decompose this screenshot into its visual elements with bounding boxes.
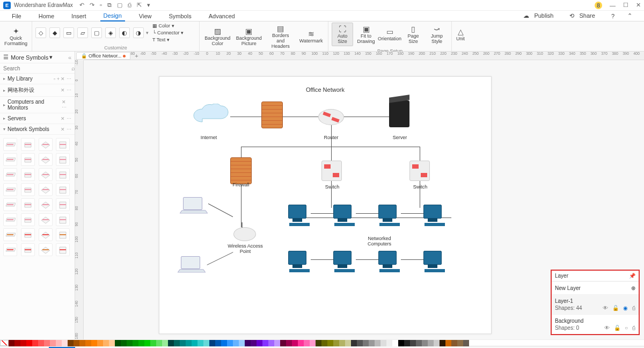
symbol-stencil[interactable] (39, 138, 53, 151)
color-swatch[interactable] (168, 340, 174, 346)
symbol-stencil[interactable] (21, 228, 35, 241)
pc-node[interactable] (378, 251, 401, 271)
color-swatch[interactable] (451, 340, 457, 346)
library-item[interactable]: ▸网络和外设✕ ⋯ (0, 84, 75, 97)
color-swatch[interactable] (262, 340, 268, 346)
symbol-stencil[interactable] (56, 228, 70, 241)
save-icon[interactable]: ▢ (117, 2, 122, 9)
help-icon[interactable]: ? (608, 11, 618, 21)
symbol-stencil[interactable] (3, 198, 17, 211)
symbol-stencil[interactable] (3, 228, 17, 241)
symbol-stencil[interactable] (3, 183, 17, 196)
maximize-icon[interactable]: ☐ (623, 2, 628, 9)
drawing-page[interactable]: Office Network Internet Router Server Fi… (159, 76, 492, 334)
color-swatch[interactable] (380, 340, 386, 346)
minimize-icon[interactable]: — (610, 2, 616, 9)
color-swatch[interactable] (138, 340, 144, 346)
color-swatch[interactable] (310, 340, 316, 346)
symbols-panel-header[interactable]: ☰ More Symbols ▾ « (0, 52, 75, 63)
color-swatch[interactable] (192, 340, 197, 346)
symbol-stencil[interactable] (21, 183, 35, 196)
symbol-stencil[interactable] (3, 153, 17, 166)
pc-node[interactable] (423, 251, 446, 271)
color-swatch[interactable] (392, 340, 398, 346)
pin-icon[interactable]: 📌 (629, 273, 635, 279)
library-item[interactable]: ▸Computers and Monitors✕ ⋯ (0, 97, 75, 113)
color-swatch[interactable] (440, 340, 445, 346)
page-size-button[interactable]: ▯Page Size (402, 23, 424, 46)
color-swatch[interactable] (9, 340, 14, 346)
color-swatch[interactable] (428, 340, 434, 346)
print-layer-icon[interactable]: ⎙ (632, 305, 635, 311)
menu-view[interactable]: View (136, 11, 155, 21)
collapse-ribbon-icon[interactable]: ⌃ (624, 11, 635, 21)
eye-icon[interactable]: 👁 (604, 325, 610, 331)
color-swatch[interactable] (109, 340, 115, 346)
pc-node[interactable] (423, 205, 446, 225)
color-swatch[interactable] (434, 340, 440, 346)
canvas[interactable]: Office Network Internet Router Server Fi… (84, 60, 644, 339)
color-swatch[interactable] (133, 340, 138, 346)
menu-advanced[interactable]: Advanced (206, 11, 238, 21)
color-swatch[interactable] (91, 340, 97, 346)
color-swatch[interactable] (74, 340, 79, 346)
color-swatch[interactable] (292, 340, 298, 346)
library-item[interactable]: ▸My Library▫ + ✕ ⋯ (0, 74, 75, 84)
close-icon[interactable]: ✕ (636, 2, 641, 9)
color-swatch[interactable] (197, 340, 203, 346)
unit-button[interactable]: △Unit (450, 26, 471, 43)
orientation-button[interactable]: ▭Orientation (379, 26, 400, 43)
symbol-stencil[interactable] (39, 228, 53, 241)
document-tab[interactable]: 🔒 Office Networ... (76, 52, 130, 60)
color-swatch[interactable] (251, 340, 257, 346)
color-swatch[interactable] (115, 340, 121, 346)
switch-node-2[interactable] (409, 161, 430, 181)
color-swatch[interactable] (68, 340, 74, 346)
wap-node[interactable] (233, 227, 256, 241)
search-icon[interactable]: ⌕ (71, 65, 75, 71)
laptop-2[interactable] (179, 256, 207, 276)
color-swatch[interactable] (357, 340, 363, 346)
color-swatch[interactable] (257, 340, 262, 346)
color-swatch[interactable] (345, 340, 351, 346)
borders-headers-button[interactable]: ▤Borders and Headers (266, 23, 295, 50)
symbol-stencil[interactable] (3, 243, 17, 256)
color-swatch[interactable] (375, 340, 380, 346)
symbol-stencil[interactable] (39, 168, 53, 181)
pc-node[interactable] (288, 205, 311, 225)
color-swatch[interactable] (62, 340, 68, 346)
color-swatch[interactable] (121, 340, 127, 346)
pc-node[interactable] (288, 251, 311, 271)
theme-more-icon[interactable]: ▾ (146, 30, 149, 35)
pc-node[interactable] (378, 205, 401, 225)
active-radio-icon[interactable]: ◉ (623, 305, 628, 311)
color-swatch[interactable] (26, 340, 32, 346)
lock-icon[interactable]: 🔓 (614, 325, 620, 331)
color-swatch[interactable] (180, 340, 186, 346)
redo-icon[interactable]: ↷ (90, 2, 94, 9)
color-swatch[interactable] (156, 340, 162, 346)
server-node[interactable] (389, 100, 409, 127)
watermark-button[interactable]: ≋Watermark (297, 28, 325, 45)
symbol-stencil[interactable] (21, 213, 35, 226)
color-swatch[interactable] (233, 340, 239, 346)
search-input[interactable] (3, 66, 71, 71)
cloud-node[interactable] (192, 104, 230, 126)
color-swatch[interactable] (103, 340, 109, 346)
add-tab-button[interactable]: + (133, 53, 140, 59)
color-swatch[interactable] (369, 340, 375, 346)
color-swatch[interactable] (363, 340, 369, 346)
color-swatch[interactable] (463, 340, 469, 346)
active-radio-icon[interactable]: ○ (625, 325, 628, 331)
symbol-stencil[interactable] (21, 153, 35, 166)
layer-bg-row[interactable]: Background Shapes: 0👁🔓○⎙ (552, 314, 639, 334)
symbol-stencil[interactable] (3, 168, 17, 181)
color-swatch[interactable] (298, 340, 304, 346)
new-icon[interactable]: ▫ (100, 2, 102, 9)
symbol-stencil[interactable] (21, 168, 35, 181)
menu-file[interactable]: File (9, 11, 25, 21)
pc-node[interactable] (333, 251, 356, 271)
eye-icon[interactable]: 👁 (603, 305, 608, 311)
color-swatch[interactable] (32, 340, 38, 346)
color-swatch[interactable] (327, 340, 333, 346)
